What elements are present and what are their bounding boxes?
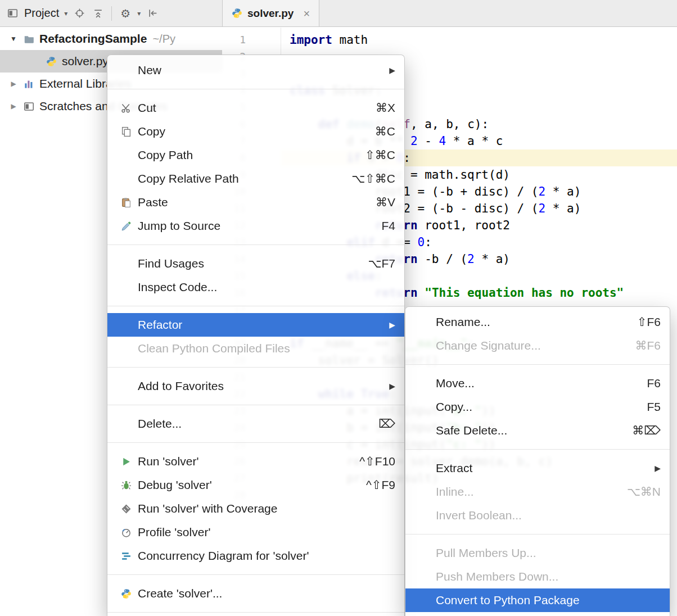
code-token: : [425, 235, 432, 249]
menu-item-convert-to-python-package[interactable]: Convert to Python Package [405, 588, 670, 612]
concurrency-icon [119, 551, 133, 561]
menu-item-label: Delete... [138, 417, 182, 431]
menu-shortcut: ⌦ [378, 417, 395, 431]
code-token: 0 [418, 235, 425, 249]
jump-to-source-icon [119, 221, 133, 232]
code-token: 2 [539, 202, 546, 215]
menu-item-label: Copy... [436, 400, 472, 414]
menu-item-inspect-code[interactable]: Inspect Code... [107, 275, 404, 299]
code-token: "This equation has no roots" [425, 286, 624, 300]
menu-item-label: Push Members Down... [436, 570, 558, 583]
menu-item-copy[interactable]: Copy⌘C [107, 120, 404, 143]
menu-shortcut: F4 [381, 219, 395, 233]
menu-item-copy-relative-path[interactable]: Copy Relative Path⌥⇧⌘C [107, 167, 404, 191]
close-icon[interactable]: × [303, 8, 310, 19]
menu-item-paste[interactable]: Paste⌘V [107, 191, 404, 214]
menu-item-cut[interactable]: Cut⌘X [107, 96, 404, 120]
menu-item-find-usages[interactable]: Find Usages⌥F7 [107, 252, 404, 275]
menu-shortcut: ⌘C [375, 125, 395, 138]
submenu-arrow-icon: ▶ [389, 320, 395, 329]
menu-item-label: Change Signature... [436, 339, 541, 352]
line-number[interactable]: 1 [222, 31, 246, 48]
menu-item-copy-path[interactable]: Copy Path⇧⌘C [107, 143, 404, 167]
menu-item-label: Copy Relative Path [138, 172, 239, 185]
menu-separator [107, 612, 404, 613]
menu-separator [107, 442, 404, 443]
project-panel-title[interactable]: Project [24, 7, 59, 20]
menu-item-profile-solver[interactable]: Profile 'solver' [107, 520, 404, 544]
hide-panel-icon[interactable] [146, 7, 159, 20]
menu-item-clean-python-compiled-files: Clean Python Compiled Files [107, 337, 404, 360]
tree-item-path-suffix: ~/Py [152, 33, 175, 46]
debug-icon [119, 480, 133, 491]
code-token: root1, root2 [418, 219, 510, 232]
editor-tab-solver[interactable]: solver.py × [222, 0, 319, 26]
code-token: 4 [439, 134, 446, 148]
menu-item-copy[interactable]: Copy...F5 [405, 395, 670, 419]
pycharm-window: Project ▾ ⚙ ▾ solver.py × [0, 0, 677, 616]
refactor-submenu: Rename...⇧F6Change Signature...⌘F6Move..… [405, 306, 670, 616]
menu-shortcut: ^⇧F10 [359, 455, 395, 468]
project-tool-window-icon[interactable] [6, 7, 19, 20]
menu-item-move[interactable]: Move...F6 [405, 372, 670, 395]
code-token: * a) [475, 252, 510, 266]
cut-icon [119, 103, 133, 114]
python-file-icon [232, 8, 242, 19]
code-token: import [290, 33, 332, 47]
menu-item-extract[interactable]: Extract▶ [405, 456, 670, 480]
menu-item-jump-to-source[interactable]: Jump to SourceF4 [107, 214, 404, 238]
code-token: * a * c [446, 134, 503, 148]
menu-item-label: Clean Python Compiled Files [138, 342, 290, 355]
settings-gear-icon[interactable]: ⚙ [119, 7, 132, 20]
editor-tab-bar: solver.py × [222, 0, 677, 26]
submenu-arrow-icon: ▶ [655, 464, 661, 473]
menu-item-new[interactable]: New▶ [107, 58, 404, 82]
collapse-all-icon[interactable] [91, 7, 105, 20]
submenu-arrow-icon: ▶ [389, 66, 395, 75]
menu-item-pull-members-up: Pull Members Up... [405, 541, 670, 565]
chevron-collapsed-icon[interactable]: ▶ [8, 102, 19, 110]
menu-item-run-solver-with-coverage[interactable]: Run 'solver' with Coverage [107, 497, 404, 520]
code-token: -b / ( [418, 252, 468, 266]
tree-item-refactoringsample[interactable]: ▼RefactoringSample~/Py [0, 28, 222, 50]
settings-chevron-icon[interactable]: ▾ [137, 10, 141, 17]
chevron-expanded-icon[interactable]: ▼ [8, 35, 19, 43]
menu-item-label: Invert Boolean... [436, 509, 522, 522]
menu-item-add-to-favorites[interactable]: Add to Favorites▶ [107, 374, 404, 398]
menu-shortcut: ^⇧F9 [366, 478, 395, 492]
menu-item-safe-delete[interactable]: Safe Delete...⌘⌦ [405, 419, 670, 442]
menu-item-label: Cut [138, 101, 156, 115]
code-line[interactable]: import math [281, 31, 677, 48]
menu-shortcut: ⌥⇧⌘C [351, 172, 395, 185]
toolbar: Project ▾ ⚙ ▾ solver.py × [0, 0, 677, 27]
menu-shortcut: ⌘⌦ [632, 424, 661, 437]
menu-item-delete[interactable]: Delete...⌦ [107, 412, 404, 436]
menu-item-label: Create 'solver'... [138, 587, 222, 600]
menu-item-rename[interactable]: Rename...⇧F6 [405, 310, 670, 334]
menu-item-run-solver[interactable]: Run 'solver'^⇧F10 [107, 450, 404, 473]
python-icon [46, 56, 57, 67]
menu-item-debug-solver[interactable]: Debug 'solver'^⇧F9 [107, 473, 404, 497]
menu-shortcut: ⌘V [376, 196, 395, 209]
code-token: math [332, 33, 368, 47]
project-panel-header: Project ▾ ⚙ ▾ [0, 0, 222, 26]
menu-separator [405, 534, 670, 535]
menu-item-label: Extract [436, 461, 472, 475]
menu-item-change-signature: Change Signature...⌘F6 [405, 334, 670, 357]
menu-item-label: Debug 'solver' [138, 478, 212, 492]
menu-item-label: Concurrency Diagram for 'solver' [138, 549, 309, 563]
menu-item-create-solver[interactable]: Create 'solver'... [107, 582, 404, 605]
paste-icon [119, 197, 133, 208]
menu-item-refactor[interactable]: Refactor▶ [107, 313, 404, 337]
locate-icon[interactable] [73, 7, 86, 20]
menu-separator [107, 244, 404, 245]
toolbar-divider [111, 6, 112, 21]
run-icon [119, 456, 133, 467]
menu-item-concurrency-diagram-for-solver[interactable]: Concurrency Diagram for 'solver' [107, 544, 404, 568]
menu-shortcut: ⌥F7 [368, 257, 395, 270]
chevron-collapsed-icon[interactable]: ▶ [8, 80, 19, 88]
menu-separator [107, 405, 404, 405]
menu-item-label: Safe Delete... [436, 424, 507, 437]
chevron-down-icon[interactable]: ▾ [64, 10, 67, 17]
menu-shortcut: ⇧F6 [637, 315, 661, 329]
